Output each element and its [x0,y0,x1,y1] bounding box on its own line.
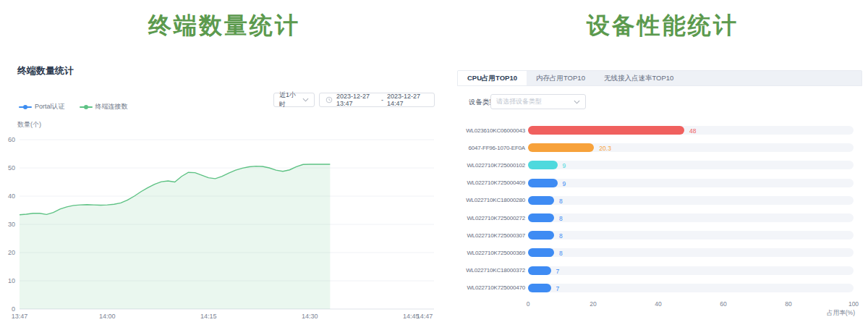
bar-x-tick: 40 [647,300,669,308]
bar-track [528,231,854,240]
legend-label: Portal认证 [35,102,65,111]
bar-track [528,179,854,187]
date-range-separator: - [381,96,383,103]
bar-track [528,161,854,169]
bar-fill [528,179,558,187]
bar-x-axis-label: 占用率(%) [827,309,855,318]
date-range-start: 2023-12-27 13:47 [336,93,378,107]
bar-fill [528,143,594,152]
bar-fill [528,266,551,275]
monitoring-dashboard: 010203040506013:4714:0014:1514:3014:4514… [0,0,868,330]
bar-fill [528,161,558,169]
portal-auth-series-marker [19,104,32,110]
bar-x-tick: 80 [778,300,799,308]
time-range-select[interactable]: 近1小时 [273,93,315,107]
chevron-down-icon [302,98,309,102]
svg-text:14:00: 14:00 [99,313,116,320]
svg-text:50: 50 [8,164,15,172]
terminal-connections-series-marker [80,104,93,110]
bar-value: 48 [689,127,696,135]
bar-track [528,196,854,205]
bar-row: WL023610KC0600004348 [457,122,862,139]
bar-value: 8 [559,232,563,240]
bar-row: WL022710K7250002728 [457,209,862,227]
bar-x-tick: 0 [517,300,539,308]
device-name-label: WL022710KC18000280 [457,197,525,203]
bar-fill [528,248,554,257]
bar-x-tick: 20 [582,300,604,308]
terminal-panel-heading: 终端数量统计 [17,64,74,77]
clock-icon [326,96,333,103]
device-name-label: WL022710K725000272 [457,215,525,221]
bar-value: 8 [559,215,563,222]
bar-row: WL022710K7250004099 [457,174,862,192]
device-name-label: 6047-FF96-1070-EF0A [457,145,525,151]
bar-value: 8 [559,198,563,205]
svg-text:14:47: 14:47 [417,313,433,320]
bar-row: WL022710KC180003727 [457,262,862,279]
device-name-label: WL022710K725000409 [457,179,525,186]
svg-text:60: 60 [8,136,15,143]
device-name-label: WL022710KC18000372 [457,267,525,274]
device-name-label: WL022710K725000369 [457,250,525,256]
svg-text:20: 20 [8,249,15,256]
legend-item-portal-auth[interactable]: Portal认证 [19,102,65,111]
date-range-picker[interactable]: 2023-12-27 13:47 - 2023-12-27 14:47 [319,93,435,107]
bar-fill [528,126,684,135]
svg-text:14:15: 14:15 [200,313,217,320]
device-name-label: WL022710K725000102 [457,162,525,169]
terminal-count-line-chart: 010203040506013:4714:0014:1514:3014:4514… [0,0,448,330]
left-page-title: 终端数量统计 [0,10,448,42]
bar-value: 7 [556,268,560,275]
chart-legend: Portal认证 终端连接数 [19,102,128,111]
time-range-value: 近1小时 [279,90,298,109]
legend-item-terminal-connections[interactable]: 终端连接数 [80,102,128,111]
legend-label: 终端连接数 [95,102,128,111]
svg-text:13:47: 13:47 [12,313,28,320]
bar-track [528,284,854,292]
bar-value: 20.3 [599,145,611,152]
bar-value: 9 [563,180,566,187]
cpu-top10-bar-chart: WL023610KC06000043486047-FF96-1070-EF0A2… [457,0,868,330]
svg-text:14:45: 14:45 [403,313,420,320]
bar-x-tick: 100 [843,300,864,308]
terminal-count-panel: 010203040506013:4714:0014:1514:3014:4514… [0,0,448,330]
bar-track [528,248,854,257]
bar-value: 8 [559,250,563,257]
bar-fill [528,196,554,205]
y-axis-label: 数量(个) [17,120,41,130]
svg-text:10: 10 [8,277,15,284]
bar-row: WL022710K7250001029 [457,156,862,174]
device-name-label: WL022710K725000307 [457,232,525,239]
bar-fill [528,213,554,222]
bar-track [528,213,854,222]
svg-text:0: 0 [12,305,15,313]
device-name-label: WL022710K725000470 [457,284,525,291]
bar-x-tick: 60 [712,300,734,308]
bar-row: WL022710K7250003698 [457,244,862,261]
svg-text:14:30: 14:30 [302,313,318,320]
svg-text:40: 40 [8,192,15,200]
bar-row: 6047-FF96-1070-EF0A20.3 [457,139,862,156]
bar-value: 9 [563,162,566,169]
bar-row: WL022710K7250004707 [457,279,862,297]
bar-row: WL022710K7250003078 [457,227,862,244]
device-performance-panel: 设备性能统计 CPU占用TOP10 内存占用TOP10 无线接入点速率TOP10… [457,0,868,330]
device-name-label: WL023610KC06000043 [457,127,525,134]
date-range-end: 2023-12-27 14:47 [387,93,428,107]
bar-row: WL022710KC180002808 [457,192,862,209]
bar-track [528,266,854,275]
bar-value: 7 [556,285,560,292]
svg-text:30: 30 [8,221,15,228]
bar-fill [528,231,554,240]
bar-fill [528,284,551,292]
